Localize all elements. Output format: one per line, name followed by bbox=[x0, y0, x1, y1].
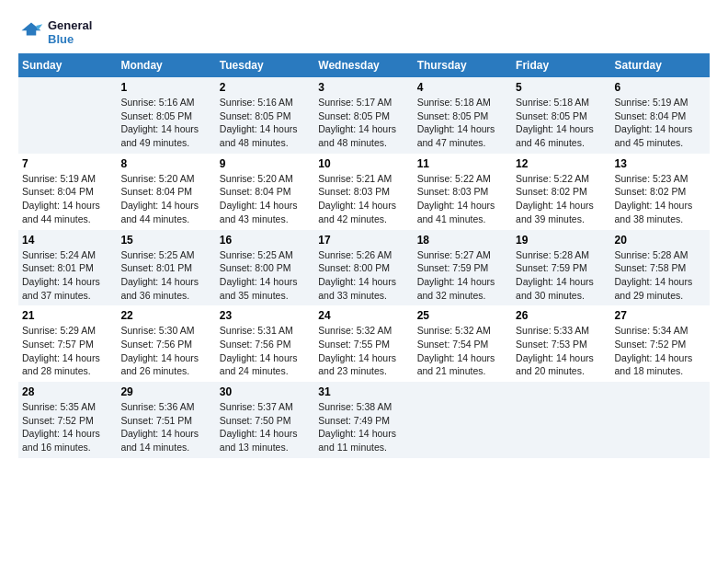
calendar-cell: 29Sunrise: 5:36 AM Sunset: 7:51 PM Dayli… bbox=[117, 382, 215, 458]
day-info: Sunrise: 5:21 AM Sunset: 8:03 PM Dayligh… bbox=[318, 172, 409, 226]
day-info: Sunrise: 5:32 AM Sunset: 7:54 PM Dayligh… bbox=[417, 324, 508, 378]
day-info: Sunrise: 5:35 AM Sunset: 7:52 PM Dayligh… bbox=[22, 400, 113, 454]
day-info: Sunrise: 5:20 AM Sunset: 8:04 PM Dayligh… bbox=[120, 172, 211, 226]
day-info: Sunrise: 5:32 AM Sunset: 7:55 PM Dayligh… bbox=[318, 324, 409, 378]
day-info: Sunrise: 5:30 AM Sunset: 7:56 PM Dayligh… bbox=[120, 324, 211, 378]
day-info: Sunrise: 5:20 AM Sunset: 8:04 PM Dayligh… bbox=[220, 172, 311, 226]
day-info: Sunrise: 5:22 AM Sunset: 8:03 PM Dayligh… bbox=[417, 172, 508, 226]
calendar-week-4: 21Sunrise: 5:29 AM Sunset: 7:57 PM Dayli… bbox=[18, 305, 710, 382]
calendar-cell: 25Sunrise: 5:32 AM Sunset: 7:54 PM Dayli… bbox=[414, 305, 512, 382]
calendar-cell: 30Sunrise: 5:37 AM Sunset: 7:50 PM Dayli… bbox=[216, 382, 314, 458]
logo-text: General Blue bbox=[48, 18, 92, 46]
calendar-cell: 13Sunrise: 5:23 AM Sunset: 8:02 PM Dayli… bbox=[611, 154, 710, 230]
calendar-cell: 5Sunrise: 5:18 AM Sunset: 8:05 PM Daylig… bbox=[512, 77, 610, 154]
header-cell-saturday: Saturday bbox=[611, 53, 710, 77]
header-row: SundayMondayTuesdayWednesdayThursdayFrid… bbox=[18, 53, 710, 77]
calendar-week-2: 7Sunrise: 5:19 AM Sunset: 8:04 PM Daylig… bbox=[18, 154, 710, 230]
calendar-header: SundayMondayTuesdayWednesdayThursdayFrid… bbox=[18, 53, 710, 77]
calendar-cell: 23Sunrise: 5:31 AM Sunset: 7:56 PM Dayli… bbox=[216, 305, 314, 382]
day-info: Sunrise: 5:36 AM Sunset: 7:51 PM Dayligh… bbox=[120, 400, 211, 454]
day-number: 8 bbox=[120, 157, 211, 170]
header-cell-sunday: Sunday bbox=[18, 53, 117, 77]
day-info: Sunrise: 5:31 AM Sunset: 7:56 PM Dayligh… bbox=[220, 324, 311, 378]
calendar-week-1: 1Sunrise: 5:16 AM Sunset: 8:05 PM Daylig… bbox=[18, 77, 710, 154]
day-number: 19 bbox=[516, 234, 607, 247]
day-info: Sunrise: 5:16 AM Sunset: 8:05 PM Dayligh… bbox=[120, 96, 211, 150]
logo: General Blue bbox=[18, 18, 92, 46]
calendar-cell: 21Sunrise: 5:29 AM Sunset: 7:57 PM Dayli… bbox=[18, 305, 117, 382]
day-number: 20 bbox=[615, 234, 706, 247]
calendar-cell: 8Sunrise: 5:20 AM Sunset: 8:04 PM Daylig… bbox=[117, 154, 215, 230]
calendar-cell bbox=[512, 382, 610, 458]
day-info: Sunrise: 5:19 AM Sunset: 8:04 PM Dayligh… bbox=[22, 172, 113, 226]
calendar-cell: 17Sunrise: 5:26 AM Sunset: 8:00 PM Dayli… bbox=[314, 230, 413, 306]
day-number: 7 bbox=[22, 157, 113, 170]
day-number: 9 bbox=[220, 157, 311, 170]
calendar-table: SundayMondayTuesdayWednesdayThursdayFrid… bbox=[18, 53, 710, 458]
day-number: 27 bbox=[615, 309, 706, 322]
day-info: Sunrise: 5:26 AM Sunset: 8:00 PM Dayligh… bbox=[318, 248, 409, 303]
day-info: Sunrise: 5:25 AM Sunset: 8:01 PM Dayligh… bbox=[120, 248, 211, 303]
day-info: Sunrise: 5:28 AM Sunset: 7:59 PM Dayligh… bbox=[516, 248, 607, 303]
calendar-body: 1Sunrise: 5:16 AM Sunset: 8:05 PM Daylig… bbox=[18, 77, 710, 458]
day-number: 4 bbox=[417, 81, 508, 94]
day-number: 24 bbox=[318, 309, 409, 322]
day-number: 29 bbox=[120, 385, 211, 398]
calendar-cell bbox=[414, 382, 512, 458]
header-cell-thursday: Thursday bbox=[414, 53, 512, 77]
calendar-cell bbox=[18, 77, 117, 154]
day-info: Sunrise: 5:34 AM Sunset: 7:52 PM Dayligh… bbox=[615, 324, 706, 378]
day-number: 17 bbox=[318, 234, 409, 247]
day-number: 2 bbox=[220, 81, 311, 94]
day-number: 16 bbox=[220, 234, 311, 247]
calendar-cell: 26Sunrise: 5:33 AM Sunset: 7:53 PM Dayli… bbox=[512, 305, 610, 382]
day-info: Sunrise: 5:16 AM Sunset: 8:05 PM Dayligh… bbox=[220, 96, 311, 150]
day-info: Sunrise: 5:25 AM Sunset: 8:00 PM Dayligh… bbox=[220, 248, 311, 303]
page-header: General Blue bbox=[18, 18, 710, 46]
header-cell-tuesday: Tuesday bbox=[216, 53, 314, 77]
calendar-cell: 9Sunrise: 5:20 AM Sunset: 8:04 PM Daylig… bbox=[216, 154, 314, 230]
calendar-cell: 18Sunrise: 5:27 AM Sunset: 7:59 PM Dayli… bbox=[414, 230, 512, 306]
day-info: Sunrise: 5:33 AM Sunset: 7:53 PM Dayligh… bbox=[516, 324, 607, 378]
calendar-cell: 10Sunrise: 5:21 AM Sunset: 8:03 PM Dayli… bbox=[314, 154, 413, 230]
day-info: Sunrise: 5:28 AM Sunset: 7:58 PM Dayligh… bbox=[615, 248, 706, 303]
day-number: 10 bbox=[318, 157, 409, 170]
day-number: 22 bbox=[120, 309, 211, 322]
header-cell-monday: Monday bbox=[117, 53, 215, 77]
header-cell-friday: Friday bbox=[512, 53, 610, 77]
day-number: 18 bbox=[417, 234, 508, 247]
day-info: Sunrise: 5:38 AM Sunset: 7:49 PM Dayligh… bbox=[318, 400, 409, 454]
calendar-cell: 31Sunrise: 5:38 AM Sunset: 7:49 PM Dayli… bbox=[314, 382, 413, 458]
day-info: Sunrise: 5:37 AM Sunset: 7:50 PM Dayligh… bbox=[220, 400, 311, 454]
calendar-cell: 7Sunrise: 5:19 AM Sunset: 8:04 PM Daylig… bbox=[18, 154, 117, 230]
day-info: Sunrise: 5:17 AM Sunset: 8:05 PM Dayligh… bbox=[318, 96, 409, 150]
day-number: 23 bbox=[220, 309, 311, 322]
day-info: Sunrise: 5:19 AM Sunset: 8:04 PM Dayligh… bbox=[615, 96, 706, 150]
calendar-cell: 22Sunrise: 5:30 AM Sunset: 7:56 PM Dayli… bbox=[117, 305, 215, 382]
day-info: Sunrise: 5:23 AM Sunset: 8:02 PM Dayligh… bbox=[615, 172, 706, 226]
day-info: Sunrise: 5:27 AM Sunset: 7:59 PM Dayligh… bbox=[417, 248, 508, 303]
calendar-cell: 14Sunrise: 5:24 AM Sunset: 8:01 PM Dayli… bbox=[18, 230, 117, 306]
day-number: 25 bbox=[417, 309, 508, 322]
calendar-cell: 1Sunrise: 5:16 AM Sunset: 8:05 PM Daylig… bbox=[117, 77, 215, 154]
calendar-cell: 11Sunrise: 5:22 AM Sunset: 8:03 PM Dayli… bbox=[414, 154, 512, 230]
day-info: Sunrise: 5:22 AM Sunset: 8:02 PM Dayligh… bbox=[516, 172, 607, 226]
day-number: 14 bbox=[22, 234, 113, 247]
day-number: 26 bbox=[516, 309, 607, 322]
calendar-cell: 6Sunrise: 5:19 AM Sunset: 8:04 PM Daylig… bbox=[611, 77, 710, 154]
day-number: 5 bbox=[516, 81, 607, 94]
calendar-cell: 2Sunrise: 5:16 AM Sunset: 8:05 PM Daylig… bbox=[216, 77, 314, 154]
calendar-cell: 3Sunrise: 5:17 AM Sunset: 8:05 PM Daylig… bbox=[314, 77, 413, 154]
calendar-cell: 16Sunrise: 5:25 AM Sunset: 8:00 PM Dayli… bbox=[216, 230, 314, 306]
logo-icon bbox=[18, 19, 44, 45]
calendar-cell: 27Sunrise: 5:34 AM Sunset: 7:52 PM Dayli… bbox=[611, 305, 710, 382]
calendar-cell: 20Sunrise: 5:28 AM Sunset: 7:58 PM Dayli… bbox=[611, 230, 710, 306]
day-info: Sunrise: 5:18 AM Sunset: 8:05 PM Dayligh… bbox=[516, 96, 607, 150]
day-number: 1 bbox=[120, 81, 211, 94]
day-number: 12 bbox=[516, 157, 607, 170]
day-number: 30 bbox=[220, 385, 311, 398]
calendar-cell: 19Sunrise: 5:28 AM Sunset: 7:59 PM Dayli… bbox=[512, 230, 610, 306]
day-number: 31 bbox=[318, 385, 409, 398]
day-number: 15 bbox=[120, 234, 211, 247]
calendar-cell: 24Sunrise: 5:32 AM Sunset: 7:55 PM Dayli… bbox=[314, 305, 413, 382]
